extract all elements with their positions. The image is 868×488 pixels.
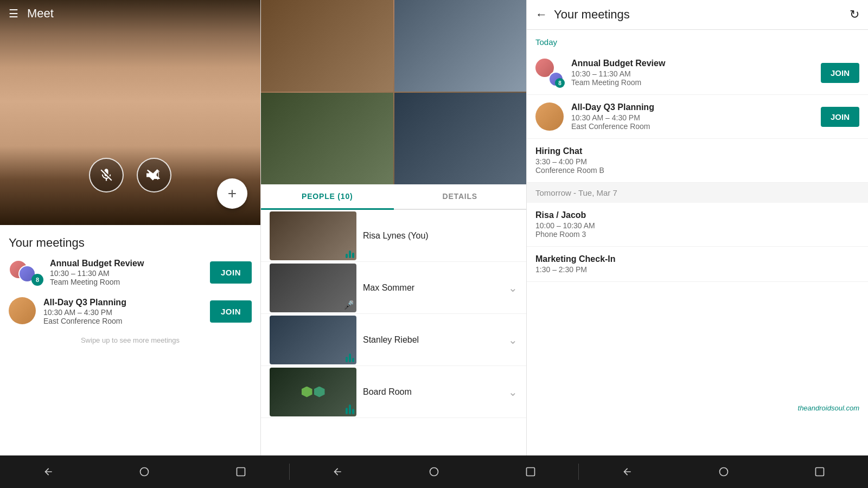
meeting-name-1: Annual Budget Review [50, 259, 203, 268]
meeting-name-2: All-Day Q3 Planning [43, 298, 203, 307]
meeting-item-2: All-Day Q3 Planning 10:30 AM – 4:30 PM E… [9, 297, 252, 325]
r-badge-budget: 8 [555, 78, 565, 88]
meeting-avatars-2 [9, 297, 37, 325]
mkt-name: Marketing Check-In [535, 254, 859, 264]
right-meeting-risa-jacob: Risa / Jacob 10:00 – 10:30 AM Phone Room… [527, 203, 868, 247]
svg-point-0 [141, 468, 149, 476]
meeting-avatars-1: 8 [9, 260, 43, 286]
hiring-time: 3:30 – 4:00 PM [535, 157, 859, 166]
people-list: Risa Lynes (You) 🎤 Max Sommer ⌄ [261, 210, 526, 455]
person-row-max: 🎤 Max Sommer ⌄ [261, 262, 526, 314]
swipe-hint: Swipe up to see more meetings [9, 336, 252, 344]
board-logo [302, 387, 325, 397]
back-nav-3[interactable] [616, 461, 638, 483]
video-person-4 [394, 93, 527, 184]
home-nav-1[interactable] [133, 461, 155, 483]
meeting-time-2: 10:30 AM – 4:30 PM [43, 308, 203, 317]
recent-nav-2[interactable] [520, 461, 541, 483]
today-label: Today [527, 30, 868, 51]
audio-bars-boardroom [346, 404, 354, 414]
camera-off-button[interactable] [137, 158, 171, 192]
meeting-item-1: 8 Annual Budget Review 10:30 – 11:30 AM … [9, 259, 252, 286]
recent-nav-1[interactable] [230, 461, 252, 483]
video-person-1 [261, 0, 393, 92]
muted-indicator-max: 🎤 [343, 300, 354, 310]
join-button-2[interactable]: JOIN [210, 300, 252, 323]
meeting-info-2: All-Day Q3 Planning 10:30 AM – 4:30 PM E… [43, 298, 203, 325]
person-name-risa: Risa Lynes (You) [363, 231, 518, 241]
tab-details[interactable]: DETAILS [394, 184, 527, 210]
refresh-icon[interactable]: ↻ [850, 8, 859, 22]
hiring-room: Conference Room B [535, 166, 859, 175]
video-person-3 [261, 93, 393, 184]
join-button-1[interactable]: JOIN [210, 261, 252, 284]
meeting-room-1: Team Meeting Room [50, 278, 203, 286]
expand-icon-stanley[interactable]: ⌄ [508, 333, 518, 346]
right-info-q3: All-Day Q3 Planning 10:30 AM – 4:30 PM E… [571, 102, 813, 131]
right-info-budget: Annual Budget Review 10:30 – 11:30 AM Te… [571, 59, 813, 87]
person-thumb-boardroom [270, 368, 356, 416]
meetings-section: Your meetings 8 Annual Budget Review 10:… [0, 225, 260, 455]
svg-point-4 [719, 468, 727, 476]
tab-people[interactable]: PEOPLE (10) [261, 184, 394, 210]
nav-section-1 [0, 461, 289, 483]
right-join-q3[interactable]: JOIN [821, 107, 859, 127]
right-panel-title: Your meetings [554, 8, 843, 22]
right-meetings-content: Today 8 Annual Budget Review 10:30 – 11:… [527, 30, 868, 455]
meeting-time-1: 10:30 – 11:30 AM [50, 269, 203, 278]
hiring-name: Hiring Chat [535, 146, 859, 156]
nav-section-3 [579, 461, 868, 483]
audio-bars-stanley [346, 354, 354, 362]
meet-header: ☰ Meet [0, 0, 260, 27]
person-name-stanley: Stanley Riebel [363, 335, 502, 345]
person-row-risa: Risa Lynes (You) [261, 210, 526, 262]
right-meeting-hiring: Hiring Chat 3:30 – 4:00 PM Conference Ro… [527, 139, 868, 183]
home-nav-2[interactable] [423, 461, 445, 483]
right-avatars-q3 [535, 102, 564, 131]
audio-bars-risa [346, 251, 354, 258]
boardroom-video [270, 368, 356, 416]
svg-rect-1 [237, 468, 245, 476]
audio-indicator-stanley [346, 354, 354, 362]
right-name-q3: All-Day Q3 Planning [571, 102, 813, 112]
svg-rect-5 [816, 468, 824, 476]
watermark: theandroidsoul.com [798, 404, 859, 412]
svg-point-2 [430, 468, 438, 476]
audio-indicator-risa [346, 251, 354, 258]
back-nav-2[interactable] [327, 461, 348, 483]
bar-1 [346, 254, 348, 258]
back-nav-1[interactable] [37, 461, 59, 483]
right-room-q3: East Conference Room [571, 122, 813, 131]
right-join-budget[interactable]: JOIN [821, 63, 859, 83]
right-room-budget: Team Meeting Room [571, 78, 813, 87]
right-panel: ← Your meetings ↻ Today 8 Annual Budget … [526, 0, 868, 455]
attendee-badge: 8 [31, 274, 43, 286]
add-meeting-fab[interactable]: + [217, 178, 247, 209]
bar-2s [349, 354, 351, 362]
middle-panel: PEOPLE (10) DETAILS Risa Lynes (Y [260, 0, 526, 455]
video-grid [261, 0, 526, 184]
right-header: ← Your meetings ↻ [527, 0, 868, 30]
bar-3 [352, 253, 354, 258]
mkt-time: 1:30 – 2:30 PM [535, 265, 859, 274]
left-panel: ☰ Meet + Y [0, 0, 260, 455]
rj-name: Risa / Jacob [535, 210, 859, 220]
person-thumb-risa [270, 211, 356, 260]
audio-indicator-boardroom [346, 404, 354, 414]
home-nav-3[interactable] [713, 461, 735, 483]
video-controls [89, 158, 171, 192]
person-row-boardroom: Board Room ⌄ [261, 366, 526, 418]
hamburger-icon[interactable]: ☰ [9, 7, 18, 20]
back-icon[interactable]: ← [535, 8, 547, 22]
nav-section-2 [290, 461, 579, 483]
recent-nav-3[interactable] [809, 461, 831, 483]
bar-2b [349, 404, 351, 414]
expand-icon-max[interactable]: ⌄ [508, 281, 518, 294]
mic-off-icon [99, 168, 114, 183]
expand-icon-boardroom[interactable]: ⌄ [508, 386, 518, 399]
your-meetings-title: Your meetings [9, 236, 252, 250]
right-meeting-q3: All-Day Q3 Planning 10:30 AM – 4:30 PM E… [527, 95, 868, 139]
mute-button[interactable] [89, 158, 124, 192]
person-thumb-stanley [270, 316, 356, 364]
mic-off-icon-max: 🎤 [343, 300, 354, 310]
